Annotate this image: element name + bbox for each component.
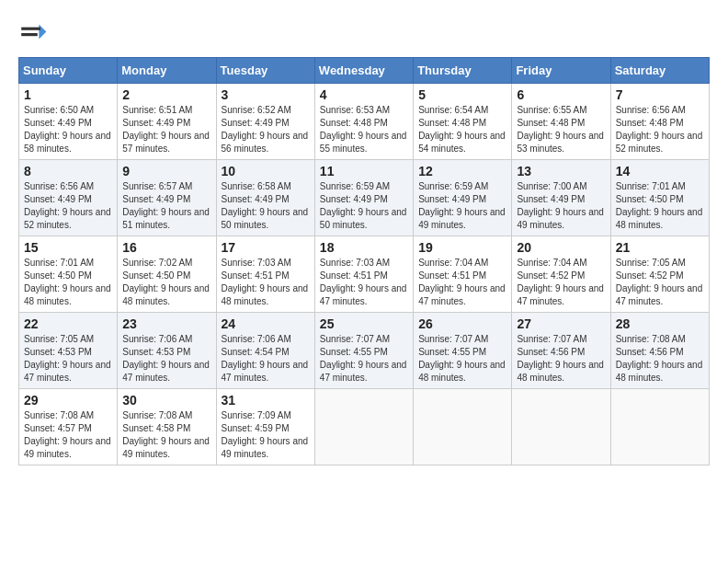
calendar-cell: 23Sunrise: 7:06 AM Sunset: 4:53 PM Dayli… (118, 313, 216, 389)
calendar-cell (414, 389, 512, 465)
calendar-cell: 22Sunrise: 7:05 AM Sunset: 4:53 PM Dayli… (19, 313, 118, 389)
calendar-cell: 21Sunrise: 7:05 AM Sunset: 4:52 PM Dayli… (610, 236, 709, 313)
calendar-cell: 4Sunrise: 6:53 AM Sunset: 4:48 PM Daylig… (314, 84, 413, 160)
calendar-cell: 12Sunrise: 6:59 AM Sunset: 4:49 PM Dayli… (414, 160, 512, 236)
day-number: 7 (616, 87, 704, 102)
calendar-cell: 7Sunrise: 6:56 AM Sunset: 4:48 PM Daylig… (610, 84, 709, 160)
calendar-cell: 17Sunrise: 7:03 AM Sunset: 4:51 PM Dayli… (216, 236, 314, 313)
calendar-cell: 8Sunrise: 6:56 AM Sunset: 4:49 PM Daylig… (19, 160, 118, 236)
calendar-cell: 5Sunrise: 6:54 AM Sunset: 4:48 PM Daylig… (414, 84, 512, 160)
calendar-cell: 24Sunrise: 7:06 AM Sunset: 4:54 PM Dayli… (216, 313, 314, 389)
day-number: 20 (517, 240, 605, 255)
calendar-cell: 29Sunrise: 7:08 AM Sunset: 4:57 PM Dayli… (19, 389, 118, 465)
day-number: 27 (517, 316, 605, 331)
day-info: Sunrise: 6:55 AM Sunset: 4:48 PM Dayligh… (517, 104, 605, 155)
day-info: Sunrise: 7:04 AM Sunset: 4:52 PM Dayligh… (517, 257, 605, 308)
day-number: 6 (517, 87, 605, 102)
day-number: 9 (122, 164, 210, 178)
day-number: 13 (517, 164, 605, 178)
day-info: Sunrise: 6:54 AM Sunset: 4:48 PM Dayligh… (418, 104, 506, 155)
weekday-header: Friday (512, 58, 610, 84)
day-info: Sunrise: 7:03 AM Sunset: 4:51 PM Dayligh… (222, 257, 310, 308)
day-number: 2 (122, 87, 210, 102)
weekday-header: Sunday (19, 58, 118, 84)
day-info: Sunrise: 6:56 AM Sunset: 4:49 PM Dayligh… (24, 180, 112, 232)
calendar-cell: 18Sunrise: 7:03 AM Sunset: 4:51 PM Dayli… (314, 236, 413, 313)
calendar-cell: 6Sunrise: 6:55 AM Sunset: 4:48 PM Daylig… (512, 84, 610, 160)
day-info: Sunrise: 6:51 AM Sunset: 4:49 PM Dayligh… (122, 104, 210, 155)
day-number: 10 (222, 164, 310, 178)
calendar-cell: 26Sunrise: 7:07 AM Sunset: 4:55 PM Dayli… (414, 313, 512, 389)
day-number: 4 (320, 87, 408, 102)
calendar-cell: 11Sunrise: 6:59 AM Sunset: 4:49 PM Dayli… (314, 160, 413, 236)
day-info: Sunrise: 7:04 AM Sunset: 4:51 PM Dayligh… (418, 257, 506, 308)
calendar-cell: 13Sunrise: 7:00 AM Sunset: 4:49 PM Dayli… (512, 160, 610, 236)
day-info: Sunrise: 6:56 AM Sunset: 4:48 PM Dayligh… (616, 104, 704, 155)
calendar-cell: 2Sunrise: 6:51 AM Sunset: 4:49 PM Daylig… (118, 84, 216, 160)
logo (18, 18, 51, 48)
weekday-header: Wednesday (314, 58, 413, 84)
calendar-cell (314, 389, 413, 465)
weekday-header-row: SundayMondayTuesdayWednesdayThursdayFrid… (19, 58, 710, 84)
day-number: 11 (320, 164, 408, 178)
day-info: Sunrise: 7:07 AM Sunset: 4:56 PM Dayligh… (517, 333, 605, 385)
logo-icon (18, 18, 48, 48)
day-info: Sunrise: 7:08 AM Sunset: 4:57 PM Dayligh… (24, 409, 112, 461)
calendar-cell: 19Sunrise: 7:04 AM Sunset: 4:51 PM Dayli… (414, 236, 512, 313)
calendar-cell (610, 389, 709, 465)
day-number: 25 (320, 316, 408, 331)
day-number: 5 (418, 87, 506, 102)
day-number: 26 (418, 316, 506, 331)
day-number: 28 (616, 316, 704, 331)
day-number: 12 (418, 164, 506, 178)
weekday-header: Thursday (414, 58, 512, 84)
day-number: 17 (222, 240, 310, 255)
calendar-cell: 16Sunrise: 7:02 AM Sunset: 4:50 PM Dayli… (118, 236, 216, 313)
day-info: Sunrise: 7:09 AM Sunset: 4:59 PM Dayligh… (222, 409, 310, 461)
day-number: 24 (222, 316, 310, 331)
calendar-cell: 30Sunrise: 7:08 AM Sunset: 4:58 PM Dayli… (118, 389, 216, 465)
calendar-cell: 10Sunrise: 6:58 AM Sunset: 4:49 PM Dayli… (216, 160, 314, 236)
weekday-header: Tuesday (216, 58, 314, 84)
day-info: Sunrise: 6:57 AM Sunset: 4:49 PM Dayligh… (122, 180, 210, 232)
calendar-week-row: 29Sunrise: 7:08 AM Sunset: 4:57 PM Dayli… (19, 389, 710, 465)
day-number: 1 (24, 87, 112, 102)
weekday-header: Saturday (610, 58, 709, 84)
svg-rect-3 (21, 33, 38, 36)
day-info: Sunrise: 7:00 AM Sunset: 4:49 PM Dayligh… (517, 180, 605, 232)
calendar-cell: 15Sunrise: 7:01 AM Sunset: 4:50 PM Dayli… (19, 236, 118, 313)
calendar-cell: 25Sunrise: 7:07 AM Sunset: 4:55 PM Dayli… (314, 313, 413, 389)
day-info: Sunrise: 6:59 AM Sunset: 4:49 PM Dayligh… (418, 180, 506, 232)
day-info: Sunrise: 7:03 AM Sunset: 4:51 PM Dayligh… (320, 257, 408, 308)
calendar-week-row: 22Sunrise: 7:05 AM Sunset: 4:53 PM Dayli… (19, 313, 710, 389)
day-info: Sunrise: 7:01 AM Sunset: 4:50 PM Dayligh… (24, 257, 112, 308)
day-number: 19 (418, 240, 506, 255)
calendar-cell: 9Sunrise: 6:57 AM Sunset: 4:49 PM Daylig… (118, 160, 216, 236)
day-info: Sunrise: 7:07 AM Sunset: 4:55 PM Dayligh… (320, 333, 408, 385)
day-info: Sunrise: 6:52 AM Sunset: 4:49 PM Dayligh… (222, 104, 310, 155)
day-number: 31 (222, 393, 310, 408)
calendar-cell: 31Sunrise: 7:09 AM Sunset: 4:59 PM Dayli… (216, 389, 314, 465)
day-number: 16 (122, 240, 210, 255)
day-info: Sunrise: 7:07 AM Sunset: 4:55 PM Dayligh… (418, 333, 506, 385)
day-info: Sunrise: 6:58 AM Sunset: 4:49 PM Dayligh… (222, 180, 310, 232)
day-info: Sunrise: 7:08 AM Sunset: 4:56 PM Dayligh… (616, 333, 704, 385)
day-number: 21 (616, 240, 704, 255)
weekday-header: Monday (118, 58, 216, 84)
day-number: 8 (24, 164, 112, 178)
calendar-week-row: 15Sunrise: 7:01 AM Sunset: 4:50 PM Dayli… (19, 236, 710, 313)
day-number: 3 (222, 87, 310, 102)
svg-rect-2 (21, 28, 40, 30)
calendar-cell: 27Sunrise: 7:07 AM Sunset: 4:56 PM Dayli… (512, 313, 610, 389)
calendar: SundayMondayTuesdayWednesdayThursdayFrid… (18, 57, 710, 465)
calendar-body: 1Sunrise: 6:50 AM Sunset: 4:49 PM Daylig… (19, 84, 710, 465)
day-info: Sunrise: 6:53 AM Sunset: 4:48 PM Dayligh… (320, 104, 408, 155)
day-number: 14 (616, 164, 704, 178)
day-info: Sunrise: 7:01 AM Sunset: 4:50 PM Dayligh… (616, 180, 704, 232)
day-info: Sunrise: 7:05 AM Sunset: 4:53 PM Dayligh… (24, 333, 112, 385)
day-info: Sunrise: 7:06 AM Sunset: 4:54 PM Dayligh… (222, 333, 310, 385)
calendar-cell: 1Sunrise: 6:50 AM Sunset: 4:49 PM Daylig… (19, 84, 118, 160)
calendar-cell: 14Sunrise: 7:01 AM Sunset: 4:50 PM Dayli… (610, 160, 709, 236)
calendar-cell: 3Sunrise: 6:52 AM Sunset: 4:49 PM Daylig… (216, 84, 314, 160)
calendar-cell: 28Sunrise: 7:08 AM Sunset: 4:56 PM Dayli… (610, 313, 709, 389)
